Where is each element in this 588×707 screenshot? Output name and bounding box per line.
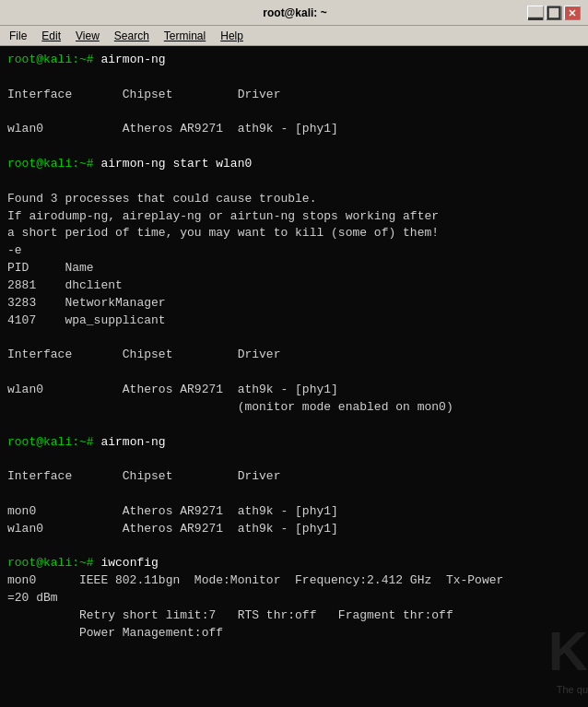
- watermark-text: The qu: [557, 683, 588, 698]
- cmd-3: airmon-ng: [100, 435, 165, 449]
- e-flag: -e: [7, 243, 22, 257]
- cmd-2: airmon-ng start wlan0: [100, 157, 252, 171]
- cmd-1: airmon-ng: [100, 53, 165, 66]
- table-header-2: Interface Chipset Driver: [7, 348, 280, 361]
- window-title: root@kali: ~: [63, 6, 527, 19]
- menu-file[interactable]: File: [4, 28, 32, 44]
- menu-help[interactable]: Help: [215, 28, 249, 44]
- maximize-button[interactable]: [546, 6, 562, 20]
- close-button[interactable]: [564, 6, 581, 20]
- window-controls[interactable]: [527, 6, 581, 20]
- minimize-button[interactable]: [527, 6, 544, 20]
- cmd-4: iwconfig: [100, 556, 158, 570]
- menu-edit[interactable]: Edit: [36, 28, 66, 44]
- trouble-line: Found 3 processes that could cause troub…: [7, 192, 316, 206]
- menu-terminal[interactable]: Terminal: [159, 28, 211, 44]
- monitor-mode-line: (monitor mode enabled on mon0): [7, 400, 453, 414]
- prompt-3: root@kali:~#: [7, 435, 100, 449]
- table-header-1: Interface Chipset Driver: [7, 88, 280, 101]
- terminal-area[interactable]: root@kali:~# airmon-ng Interface Chipset…: [0, 46, 588, 707]
- wlan0-row-1: wlan0 Atheros AR9271 ath9k - [phy1]: [7, 122, 338, 136]
- wlan0-row-2: wlan0 Atheros AR9271 ath9k - [phy1]: [7, 383, 338, 396]
- iwconfig-line4: Power Management:off: [7, 626, 223, 640]
- iwconfig-line3: Retry short limit:7 RTS thr:off Fragment…: [7, 608, 453, 622]
- table-header-3: Interface Chipset Driver: [7, 469, 280, 483]
- prompt-1: root@kali:~#: [7, 53, 100, 66]
- menu-view[interactable]: View: [70, 28, 105, 44]
- iwconfig-line2: =20 dBm: [7, 591, 58, 605]
- mon0-row: mon0 Atheros AR9271 ath9k - [phy1]: [7, 504, 338, 518]
- svg-rect-1: [548, 6, 560, 18]
- menu-search[interactable]: Search: [109, 28, 155, 44]
- trouble-line3: a short period of time, you may want to …: [7, 226, 439, 240]
- prompt-2: root@kali:~#: [7, 157, 100, 171]
- trouble-line2: If airodump-ng, aireplay-ng or airtun-ng…: [7, 209, 439, 223]
- pid-3283: 3283 NetworkManager: [7, 296, 166, 310]
- svg-rect-0: [528, 17, 543, 19]
- wlan0-row-3: wlan0 Atheros AR9271 ath9k - [phy1]: [7, 522, 338, 536]
- pid-2881: 2881 dhclient: [7, 278, 123, 292]
- iwconfig-line1: mon0 IEEE 802.11bgn Mode:Monitor Frequen…: [7, 573, 503, 587]
- pid-4107: 4107 wpa_supplicant: [7, 313, 166, 327]
- title-bar: root@kali: ~: [0, 0, 588, 26]
- prompt-4: root@kali:~#: [7, 556, 100, 570]
- pid-header: PID Name: [7, 261, 94, 275]
- menu-bar: File Edit View Search Terminal Help: [0, 26, 588, 46]
- terminal-content: root@kali:~# airmon-ng Interface Chipset…: [7, 52, 581, 642]
